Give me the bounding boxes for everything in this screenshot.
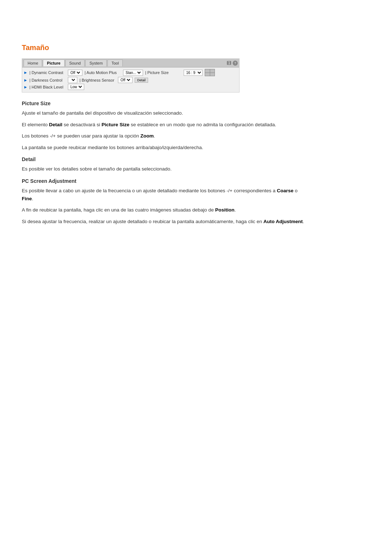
page-title: Tamaño <box>22 44 305 52</box>
help-button[interactable]: ? <box>233 61 238 66</box>
tab-system[interactable]: System <box>85 59 107 66</box>
ui-panel: Home Picture Sound System Tool 1 ? ▶ | D… <box>22 58 240 93</box>
paragraph-pc-screen-3: Si desea ajustar la frecuencia, realizar… <box>22 218 305 226</box>
row-label-dynamic-contrast: | Dynamic Contrast <box>29 70 66 75</box>
section-title-pc-screen: PC Screen Adjustment <box>22 178 305 184</box>
panel-row-3: ▶ | HDMI Black Level Low <box>24 84 237 90</box>
hdmi-black-select[interactable]: Low <box>68 84 84 90</box>
paragraph-picture-size-4: La pantalla se puede reubicar mediante l… <box>22 144 305 152</box>
row-label-darkness-control: | Darkness Control <box>29 78 66 82</box>
row-label-picture-size: | Picture Size <box>145 70 181 75</box>
position-cell-br[interactable] <box>210 73 215 76</box>
row-label-brightness-sensor: | Brightness Sensor <box>79 78 116 82</box>
panel-row-2: ▶ | Darkness Control | Brightness Sensor… <box>24 77 237 83</box>
auto-motion-select[interactable]: Stan... <box>123 70 143 76</box>
tab-home[interactable]: Home <box>24 59 42 66</box>
row-arrow-3: ▶ <box>24 85 27 89</box>
position-cell-tr[interactable] <box>210 69 215 73</box>
row-arrow-1: ▶ <box>24 71 27 74</box>
row-arrow-2: ▶ <box>24 78 27 82</box>
paragraph-picture-size-3: Los botones -/+ se pueden usar para ajus… <box>22 132 305 140</box>
auto-motion-dropdown[interactable]: Stan... <box>124 70 142 75</box>
tab-picture[interactable]: Picture <box>43 59 64 66</box>
position-grid[interactable] <box>205 69 215 76</box>
picture-size-dropdown[interactable]: 16 : 9 <box>184 70 203 76</box>
position-cell-bl[interactable] <box>205 73 210 76</box>
brightness-sensor-select[interactable]: Off <box>118 77 132 83</box>
position-cell-tl[interactable] <box>205 69 210 73</box>
nav-badge: 1 <box>227 61 231 65</box>
dynamic-contrast-select[interactable]: Off <box>68 70 82 76</box>
panel-row-1: ▶ | Dynamic Contrast Off | Auto Motion P… <box>24 69 237 76</box>
section-title-picture-size: Picture Size <box>22 100 305 106</box>
detail-button[interactable]: Detail <box>135 78 148 83</box>
paragraph-pc-screen-1: Es posible llevar a cabo un ajuste de la… <box>22 187 305 202</box>
tab-sound[interactable]: Sound <box>65 59 85 66</box>
nav-right: 1 ? <box>226 61 238 66</box>
darkness-control-dropdown[interactable] <box>69 78 76 82</box>
paragraph-pc-screen-2: A fin de reubicar la pantalla, haga clic… <box>22 206 305 214</box>
panel-body: ▶ | Dynamic Contrast Off | Auto Motion P… <box>22 67 239 92</box>
brightness-sensor-dropdown[interactable]: Off <box>119 78 131 82</box>
paragraph-picture-size-2: El elemento Detail se desactivará si Pic… <box>22 121 305 129</box>
paragraph-detail-1: Es posible ver los detalles sobre el tam… <box>22 165 305 173</box>
paragraph-picture-size-1: Ajuste el tamaño de pantalla del disposi… <box>22 109 305 117</box>
hdmi-black-dropdown[interactable]: Low <box>69 85 83 89</box>
nav-bar: Home Picture Sound System Tool 1 ? <box>22 59 239 67</box>
section-title-detail: Detail <box>22 156 305 162</box>
tab-tool[interactable]: Tool <box>107 59 123 66</box>
darkness-control-select[interactable] <box>68 77 77 83</box>
dynamic-contrast-dropdown[interactable]: Off <box>69 70 81 75</box>
row-label-auto-motion: | Auto Motion Plus <box>85 70 121 75</box>
row-label-hdmi-black: | HDMI Black Level <box>29 85 66 89</box>
